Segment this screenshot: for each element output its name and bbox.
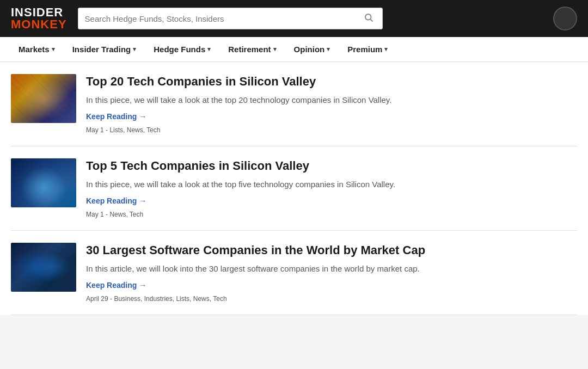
article-date-2: May 1 — [86, 211, 104, 218]
nav-label-retirement: Retirement — [228, 45, 271, 54]
nav-item-premium[interactable]: Premium ▾ — [340, 41, 395, 57]
article-meta-2: May 1 - News, Tech — [86, 211, 577, 218]
chevron-down-icon: ▾ — [384, 46, 388, 53]
nav-label-insider-trading: Insider Trading — [72, 45, 131, 54]
nav-label-hedge-funds: Hedge Funds — [154, 45, 205, 54]
avatar[interactable] — [553, 7, 577, 30]
logo-insider: INSIDER — [11, 7, 67, 19]
search-input[interactable] — [85, 14, 362, 23]
keep-reading-link-2[interactable]: Keep Reading → — [86, 196, 146, 205]
main-nav: Markets ▾ Insider Trading ▾ Hedge Funds … — [0, 37, 588, 62]
article-date-3: April 29 — [86, 295, 108, 303]
chevron-down-icon: ▾ — [207, 46, 211, 53]
chevron-down-icon: ▾ — [273, 46, 277, 53]
article-tags-2: News, Tech — [109, 211, 143, 218]
nav-item-markets[interactable]: Markets ▾ — [11, 41, 63, 57]
article-body-1: Top 20 Tech Companies in Silicon Valley … — [86, 74, 577, 134]
svg-point-0 — [365, 14, 371, 20]
article-body-3: 30 Largest Software Companies in the Wor… — [86, 243, 577, 303]
search-icon — [364, 13, 373, 22]
article-desc-3: In this article, we will look into the 3… — [86, 263, 577, 275]
article-date-1: May 1 — [86, 126, 104, 134]
article-meta-1: May 1 - Lists, News, Tech — [86, 126, 577, 134]
article-thumbnail-1[interactable] — [11, 74, 76, 123]
article-title-3[interactable]: 30 Largest Software Companies in the Wor… — [86, 243, 577, 259]
article-tags-1: Lists, News, Tech — [109, 126, 160, 134]
svg-line-1 — [370, 19, 372, 21]
nav-item-opinion[interactable]: Opinion ▾ — [286, 41, 338, 57]
article-body-2: Top 5 Tech Companies in Silicon Valley I… — [86, 158, 577, 218]
article-thumbnail-3[interactable] — [11, 243, 76, 292]
chevron-down-icon: ▾ — [133, 46, 136, 53]
nav-label-opinion: Opinion — [294, 45, 325, 54]
keep-reading-link-1[interactable]: Keep Reading → — [86, 112, 146, 121]
header: INSIDER MONKEY — [0, 0, 588, 37]
table-row: 30 Largest Software Companies in the Wor… — [11, 231, 577, 315]
search-icon-button[interactable] — [362, 13, 376, 25]
search-bar[interactable] — [78, 8, 383, 29]
article-thumbnail-2[interactable] — [11, 158, 76, 207]
article-meta-3: April 29 - Business, Industries, Lists, … — [86, 295, 577, 303]
nav-label-markets: Markets — [19, 45, 50, 54]
chevron-down-icon: ▾ — [52, 46, 55, 53]
table-row: Top 20 Tech Companies in Silicon Valley … — [11, 62, 577, 146]
article-title-2[interactable]: Top 5 Tech Companies in Silicon Valley — [86, 158, 577, 174]
keep-reading-link-3[interactable]: Keep Reading → — [86, 281, 146, 290]
article-list: Top 20 Tech Companies in Silicon Valley … — [0, 62, 588, 315]
logo[interactable]: INSIDER MONKEY — [11, 7, 67, 30]
chevron-down-icon: ▾ — [327, 46, 330, 53]
table-row: Top 5 Tech Companies in Silicon Valley I… — [11, 146, 577, 231]
logo-monkey: MONKEY — [11, 19, 67, 30]
nav-item-insider-trading[interactable]: Insider Trading ▾ — [65, 41, 144, 57]
nav-item-retirement[interactable]: Retirement ▾ — [220, 41, 284, 57]
nav-item-hedge-funds[interactable]: Hedge Funds ▾ — [146, 41, 218, 57]
article-title-1[interactable]: Top 20 Tech Companies in Silicon Valley — [86, 74, 577, 90]
article-desc-2: In this piece, we will take a look at th… — [86, 179, 577, 191]
article-desc-1: In this piece, we will take a look at th… — [86, 94, 577, 107]
nav-label-premium: Premium — [347, 45, 382, 54]
article-tags-3: Business, Industries, Lists, News, Tech — [114, 295, 226, 303]
